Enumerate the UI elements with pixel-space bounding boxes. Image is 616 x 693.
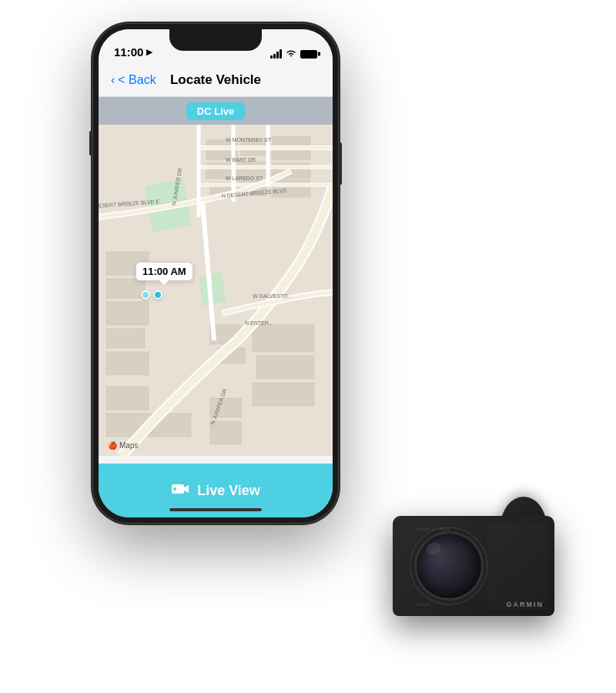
- dc-live-badge: DC Live: [186, 102, 245, 120]
- status-icons: [270, 49, 317, 59]
- apple-maps-label: 🍎 Maps: [108, 441, 138, 450]
- camera-lens: [414, 531, 484, 601]
- live-view-camera-icon: [171, 482, 189, 500]
- wifi-icon: [286, 49, 296, 59]
- dc-live-bar: DC Live: [99, 97, 333, 125]
- location-dot-2: [153, 290, 162, 300]
- svg-rect-15: [106, 329, 145, 348]
- svg-text:W GALVESTO...: W GALVESTO...: [253, 293, 293, 299]
- svg-rect-20: [256, 356, 314, 379]
- signal-icon: [270, 49, 282, 59]
- time-display: 11:00: [114, 45, 143, 59]
- apple-logo-icon: 🍎: [108, 441, 117, 450]
- svg-text:W MONTEREY ST: W MONTEREY ST: [226, 137, 272, 142]
- camera-resolution-label: 1440p30: [416, 602, 430, 607]
- garmin-camera: CLARITY HDR 1440p30 GARMIN: [393, 497, 570, 616]
- camera-clarity-label: CLARITY HDR: [416, 527, 450, 531]
- nav-bar: ‹ < Back Locate Vehicle: [99, 63, 333, 97]
- svg-rect-19: [253, 325, 314, 352]
- map-svg: W MONTEREY ST W BART DR W LAREDO ST N DE…: [99, 125, 333, 456]
- location-arrow-icon: ▶: [146, 48, 152, 56]
- svg-text:N ENTER...: N ENTER...: [245, 320, 273, 326]
- notch: [169, 29, 262, 51]
- back-chevron-icon: ‹: [111, 73, 115, 87]
- camera-brand-label: GARMIN: [507, 601, 544, 608]
- map-area: W MONTEREY ST W BART DR W LAREDO ST N DE…: [99, 125, 333, 456]
- svg-rect-14: [106, 302, 149, 325]
- battery-icon: [300, 50, 317, 59]
- svg-rect-22: [106, 387, 149, 410]
- scene: 11:00 ▶: [0, 0, 616, 693]
- svg-rect-13: [106, 279, 145, 298]
- time-callout: 11:00 AM: [136, 262, 193, 281]
- svg-text:W BART DR: W BART DR: [226, 157, 256, 162]
- back-button[interactable]: ‹ < Back: [111, 73, 156, 87]
- phone: 11:00 ▶: [92, 23, 339, 524]
- svg-rect-21: [253, 383, 314, 406]
- camera-body: CLARITY HDR 1440p30 GARMIN: [393, 516, 554, 616]
- svg-point-47: [173, 487, 176, 490]
- page-title: Locate Vehicle: [170, 72, 261, 88]
- phone-screen: 11:00 ▶: [99, 29, 333, 517]
- back-label: < Back: [118, 73, 156, 87]
- svg-rect-16: [106, 352, 149, 375]
- svg-text:W LAREDO ST: W LAREDO ST: [226, 176, 263, 181]
- home-indicator: [169, 508, 262, 511]
- location-dot-1: [141, 290, 150, 300]
- status-time: 11:00 ▶: [114, 45, 152, 59]
- live-view-label: Live View: [197, 483, 260, 499]
- location-dots: [141, 290, 162, 300]
